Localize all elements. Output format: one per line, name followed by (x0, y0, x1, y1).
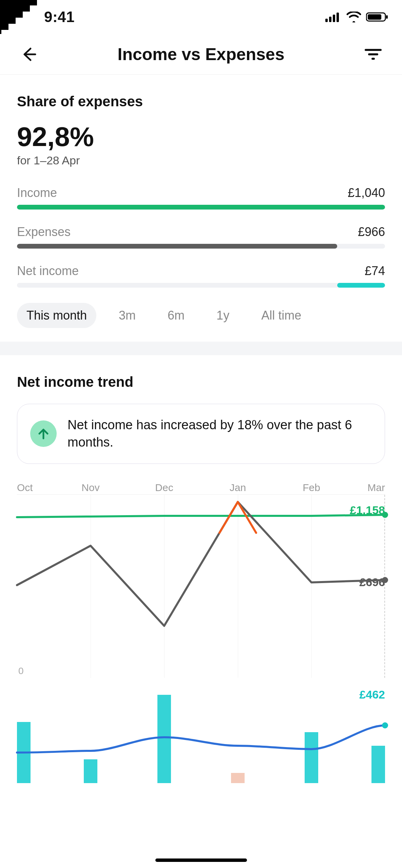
svg-rect-2 (333, 15, 335, 22)
bar-dec (157, 695, 171, 783)
svg-rect-5 (368, 14, 381, 20)
expenses-percent: 92,8% (17, 123, 385, 150)
overlay-line (17, 725, 385, 753)
xlabel-feb: Feb (303, 482, 320, 493)
net-bar-row: Net income £74 (17, 264, 385, 288)
filter-button[interactable] (361, 42, 385, 66)
expenses-value: £966 (358, 225, 385, 239)
status-indicators (325, 12, 388, 22)
filter-icon (364, 48, 382, 61)
income-bar-track (17, 205, 385, 210)
income-label: Income (17, 186, 57, 200)
net-bar-track (17, 283, 385, 288)
cellular-icon (325, 12, 342, 22)
date-range: for 1–28 Apr (17, 154, 385, 167)
tab-3m[interactable]: 3m (109, 303, 145, 328)
trend-section-title: Net income trend (17, 374, 385, 390)
trend-income-end-dot (382, 512, 388, 518)
home-indicator (155, 858, 247, 862)
xlabel-jan: Jan (230, 482, 246, 493)
bar-mar (371, 746, 385, 783)
share-section-title: Share of expenses (17, 93, 385, 110)
wifi-icon (346, 12, 361, 22)
bar-nov (84, 759, 97, 783)
income-bar-row: Income £1,040 (17, 186, 385, 210)
bottom-chart-svg (17, 688, 385, 783)
period-tabs: This month 3m 6m 1y All time (17, 303, 385, 328)
arrow-left-icon (21, 47, 37, 62)
trend-up-badge (30, 420, 57, 447)
arrow-up-icon (37, 427, 50, 440)
status-bar: 9:41 (0, 0, 402, 34)
tab-6m[interactable]: 6m (158, 303, 194, 328)
trend-insight-card: Net income has increased by 18% over the… (17, 404, 385, 464)
section-divider (0, 342, 402, 355)
bar-feb (305, 732, 318, 783)
svg-rect-3 (337, 13, 339, 22)
trend-expenses-end-dot (382, 577, 388, 583)
svg-rect-0 (325, 19, 328, 22)
trend-insight-text: Net income has increased by 18% over the… (68, 416, 372, 451)
status-time: 9:41 (44, 8, 75, 25)
overlay-end-dot (382, 722, 388, 728)
svg-rect-1 (329, 17, 331, 22)
xlabel-nov: Nov (81, 482, 99, 493)
expenses-bar-fill (17, 244, 337, 249)
trend-chart: Oct Nov Dec Jan Feb Mar £1,158 £696 (17, 481, 385, 678)
bottom-bar-chart: £462 (17, 688, 385, 783)
svg-rect-9 (371, 58, 375, 60)
tab-all-time[interactable]: All time (252, 303, 311, 328)
svg-rect-6 (386, 15, 388, 19)
share-of-expenses-section: Share of expenses 92,8% for 1–28 Apr Inc… (0, 75, 402, 342)
expenses-label: Expenses (17, 225, 71, 239)
income-bar-fill (17, 205, 385, 210)
trend-chart-lines (17, 495, 385, 678)
net-label: Net income (17, 264, 79, 278)
page-title: Income vs Expenses (41, 44, 361, 64)
net-value: £74 (365, 264, 385, 278)
trend-expenses-line (17, 502, 385, 626)
trend-chart-xlabels: Oct Nov Dec Jan Feb Mar (17, 481, 385, 494)
tab-this-month[interactable]: This month (17, 303, 96, 328)
expenses-bar-row: Expenses £966 (17, 225, 385, 249)
back-button[interactable] (17, 42, 41, 66)
battery-icon (366, 12, 388, 22)
net-bar-fill (337, 283, 385, 288)
svg-rect-8 (368, 53, 378, 55)
xlabel-mar: Mar (367, 482, 385, 493)
svg-rect-7 (365, 49, 382, 51)
xlabel-oct: Oct (17, 482, 33, 493)
expenses-bar-track (17, 244, 385, 249)
trend-ylabel-zero: 0 (18, 666, 24, 676)
tab-1y[interactable]: 1y (207, 303, 239, 328)
xlabel-dec: Dec (155, 482, 173, 493)
trend-income-line (17, 515, 385, 517)
trend-chart-area: £1,158 £696 0 (17, 494, 385, 678)
income-value: £1,040 (348, 186, 385, 200)
app-header: Income vs Expenses (0, 34, 402, 75)
bar-jan (231, 773, 245, 783)
net-income-trend-section: Net income trend Net income has increase… (0, 355, 402, 783)
